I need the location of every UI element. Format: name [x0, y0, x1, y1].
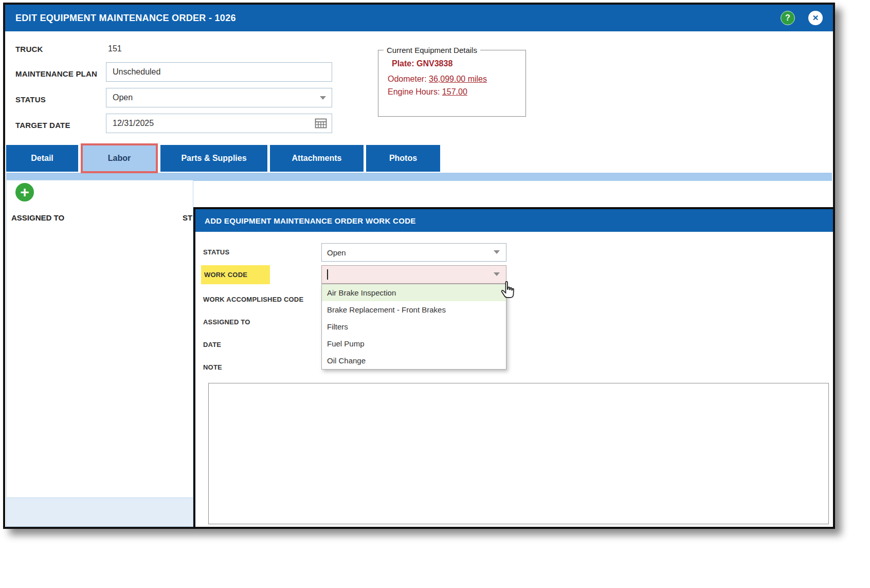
modal-status-value: Open: [327, 248, 346, 257]
target-date-input[interactable]: 12/31/2025: [106, 114, 332, 133]
close-icon[interactable]: ✕: [808, 11, 823, 25]
status-value: Open: [113, 93, 133, 102]
tab-label: Detail: [31, 154, 53, 163]
work-code-option[interactable]: Brake Replacement - Front Brakes: [322, 301, 506, 318]
tab-bar: Detail Labor Parts & Supplies Attachment…: [6, 145, 440, 172]
plate-value: GNV3838: [416, 59, 452, 68]
tab-label: Labor: [108, 154, 131, 163]
modal-note-label: NOTE: [203, 363, 222, 371]
tab-parts-supplies[interactable]: Parts & Supplies: [160, 145, 267, 172]
maintenance-plan-input[interactable]: [106, 62, 332, 82]
status-dropdown[interactable]: Open: [106, 88, 332, 107]
window-title: EDIT EQUIPMENT MAINTENANCE ORDER - 1026: [15, 13, 236, 24]
tab-detail[interactable]: Detail: [6, 145, 78, 172]
column-header-status-truncated[interactable]: ST: [183, 213, 192, 222]
plus-icon: +: [20, 185, 29, 200]
note-textarea[interactable]: [208, 383, 829, 524]
work-code-option[interactable]: Fuel Pump: [322, 335, 506, 352]
truck-value: 151: [108, 44, 122, 53]
maintenance-plan-label: MAINTENANCE PLAN: [15, 69, 97, 78]
add-work-code-modal: ADD EQUIPMENT MAINTENANCE ORDER WORK COD…: [193, 207, 835, 529]
window-titlebar: EDIT EQUIPMENT MAINTENANCE ORDER - 1026 …: [5, 5, 833, 31]
modal-titlebar: ADD EQUIPMENT MAINTENANCE ORDER WORK COD…: [195, 209, 833, 232]
work-code-input[interactable]: [321, 265, 506, 284]
option-label: Oil Change: [327, 356, 366, 365]
target-date-value: 12/31/2025: [113, 119, 154, 128]
truck-label: TRUCK: [15, 45, 43, 53]
engine-hours-value[interactable]: 157.00: [442, 87, 467, 96]
modal-assigned-to-label: ASSIGNED TO: [203, 318, 250, 326]
tab-label: Parts & Supplies: [181, 154, 246, 163]
work-code-option[interactable]: Air Brake Inspection: [322, 284, 506, 301]
option-label: Fuel Pump: [327, 339, 365, 348]
labor-grid-panel: [6, 180, 193, 527]
work-code-dropdown-list: Air Brake Inspection Brake Replacement -…: [321, 284, 506, 370]
chevron-down-icon[interactable]: [320, 96, 326, 100]
modal-title: ADD EQUIPMENT MAINTENANCE ORDER WORK COD…: [205, 216, 416, 225]
option-label: Filters: [327, 322, 348, 331]
current-equipment-details: Current Equipment Details Plate: GNV3838…: [378, 46, 526, 117]
calendar-icon[interactable]: [315, 118, 327, 129]
work-code-option[interactable]: Filters: [322, 318, 506, 335]
help-icon[interactable]: ?: [781, 11, 795, 25]
modal-work-accomplished-label: WORK ACCOMPLISHED CODE: [203, 296, 303, 303]
status-label: STATUS: [15, 95, 46, 104]
labor-grid-footer: [7, 498, 193, 526]
modal-status-label: STATUS: [203, 248, 229, 256]
option-label: Air Brake Inspection: [327, 288, 396, 297]
work-code-option[interactable]: Oil Change: [322, 352, 506, 369]
tab-labor[interactable]: Labor: [81, 143, 158, 173]
modal-work-code-label: WORK CODE: [201, 265, 270, 284]
add-labor-button[interactable]: +: [15, 183, 34, 201]
odometer-label: Odometer:: [388, 75, 427, 83]
odometer-value[interactable]: 36,099.00 miles: [429, 75, 487, 83]
column-header-assigned-to[interactable]: ASSIGNED TO: [11, 213, 64, 222]
modal-status-dropdown[interactable]: Open: [321, 243, 506, 262]
modal-date-label: DATE: [203, 341, 221, 348]
mouse-cursor-hand-icon: [500, 281, 516, 300]
tab-label: Attachments: [292, 154, 342, 163]
plate-label: Plate:: [392, 59, 414, 68]
tab-attachments[interactable]: Attachments: [270, 145, 364, 172]
chevron-down-icon[interactable]: [494, 272, 500, 276]
target-date-label: TARGET DATE: [15, 121, 70, 130]
equipment-details-legend: Current Equipment Details: [384, 46, 480, 54]
edit-maintenance-order-window: EDIT EQUIPMENT MAINTENANCE ORDER - 1026 …: [3, 3, 835, 529]
text-caret: [327, 269, 328, 280]
engine-hours-label: Engine Hours:: [388, 87, 440, 96]
tab-photos[interactable]: Photos: [366, 145, 440, 172]
tab-label: Photos: [389, 154, 417, 163]
chevron-down-icon[interactable]: [494, 250, 500, 254]
option-label: Brake Replacement - Front Brakes: [327, 305, 446, 314]
